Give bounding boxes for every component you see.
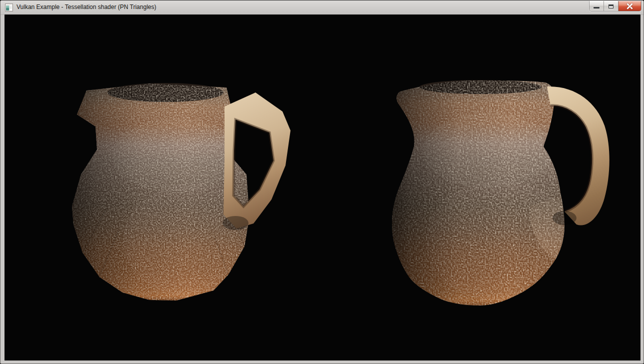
app-window: Vulkan Example - Tessellation shader (PN… xyxy=(0,0,644,364)
window-title: Vulkan Example - Tessellation shader (PN… xyxy=(16,0,156,14)
maximize-icon xyxy=(608,4,614,8)
jug-right-handle-joint-shadow xyxy=(552,211,576,225)
jug-left-shading xyxy=(72,84,250,300)
render-viewport[interactable] xyxy=(4,14,640,360)
titlebar[interactable]: Vulkan Example - Tessellation shader (PN… xyxy=(0,0,644,15)
jug-left-lowpoly xyxy=(70,80,300,320)
maximize-button[interactable] xyxy=(604,1,618,11)
caption-button-group xyxy=(589,1,642,12)
jug-left-handle-joint-shadow xyxy=(222,216,248,230)
close-button[interactable] xyxy=(618,1,641,11)
jug-right-shading xyxy=(392,80,564,306)
application-window-icon xyxy=(5,4,13,12)
jug-right-tessellated xyxy=(380,76,616,316)
minimize-button[interactable] xyxy=(590,1,604,11)
close-icon xyxy=(626,2,634,10)
minimize-icon xyxy=(594,7,600,8)
